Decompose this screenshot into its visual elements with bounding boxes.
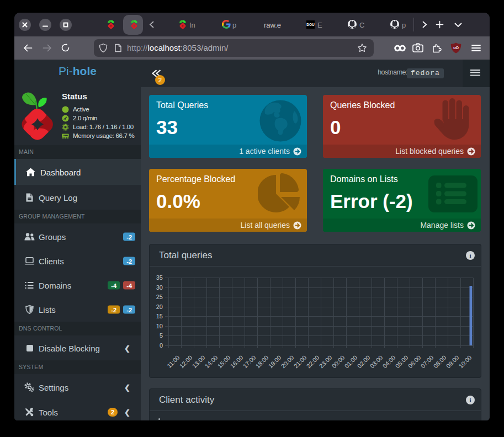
svg-text:16:00: 16:00 [229, 354, 245, 370]
svg-text:10: 10 [156, 323, 163, 329]
svg-text:17:00: 17:00 [242, 354, 257, 370]
svg-text:02:00: 02:00 [356, 354, 372, 370]
svg-text:18:00: 18:00 [254, 354, 270, 370]
svg-text:15: 15 [156, 313, 163, 319]
svg-text:01:00: 01:00 [343, 354, 359, 370]
svg-text:07:00: 07:00 [420, 354, 435, 370]
svg-text:21:00: 21:00 [293, 354, 308, 370]
svg-text:00:00: 00:00 [331, 354, 346, 370]
svg-text:35: 35 [156, 274, 163, 281]
svg-text:11:00: 11:00 [166, 354, 181, 369]
svg-text:23:00: 23:00 [318, 354, 333, 370]
svg-text:09:00: 09:00 [445, 354, 460, 370]
svg-text:19:00: 19:00 [267, 354, 283, 370]
svg-text:08:00: 08:00 [432, 354, 448, 370]
svg-text:03:00: 03:00 [369, 354, 384, 370]
svg-text:05:00: 05:00 [394, 354, 410, 370]
svg-text:15:00: 15:00 [216, 354, 232, 370]
svg-text:04:00: 04:00 [381, 354, 397, 370]
svg-text:20: 20 [156, 303, 163, 310]
svg-text:0: 0 [160, 342, 163, 349]
svg-text:06:00: 06:00 [407, 354, 422, 370]
svg-text:30: 30 [156, 284, 163, 291]
svg-text:14:00: 14:00 [204, 354, 219, 370]
svg-text:10:00: 10:00 [458, 354, 473, 370]
svg-text:20:00: 20:00 [280, 354, 295, 370]
svg-text:uO: uO [453, 46, 459, 50]
svg-text:25: 25 [156, 294, 163, 300]
svg-text:13:00: 13:00 [191, 354, 206, 370]
svg-text:12:00: 12:00 [178, 354, 194, 370]
svg-text:5: 5 [160, 332, 163, 339]
svg-text:22:00: 22:00 [305, 354, 321, 370]
